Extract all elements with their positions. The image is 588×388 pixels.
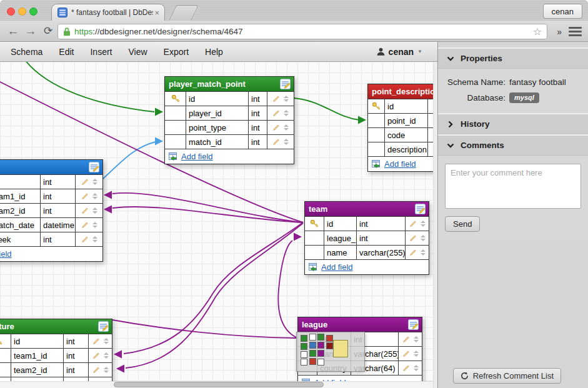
color-swatch[interactable] (301, 351, 307, 358)
table-fixture[interactable]: fixture id int team1_id int team2_id int… (0, 319, 112, 388)
color-swatch[interactable] (317, 350, 324, 357)
edit-field-pencil-icon[interactable] (409, 249, 417, 256)
table-field-row[interactable]: id (368, 99, 437, 113)
sort-field-handle[interactable] (92, 236, 97, 242)
new-tab-button[interactable] (169, 5, 199, 21)
table-field-row[interactable]: description (368, 142, 437, 156)
add-field-link[interactable]: Add field (0, 249, 12, 259)
overflow-chevrons-icon[interactable]: » (557, 27, 562, 37)
table-field-row[interactable]: league_id int (305, 231, 429, 245)
edit-table-icon[interactable] (89, 162, 99, 172)
edit-field-pencil-icon[interactable] (272, 124, 280, 131)
user-menu[interactable]: cenan ▼ (377, 47, 422, 57)
horizontal-scrollbar-thumb[interactable] (114, 382, 324, 387)
edit-table-icon[interactable] (408, 319, 419, 330)
refresh-comment-list-button[interactable]: Refresh Comment List (453, 368, 561, 384)
table-point_description[interactable]: point_description id point_id code descr… (367, 84, 437, 172)
window-minimize-button[interactable] (18, 7, 26, 16)
table-field-row[interactable]: id int (305, 216, 429, 231)
table-field-row[interactable]: id int (0, 174, 102, 189)
color-swatch[interactable] (301, 335, 307, 342)
hamburger-menu-icon[interactable] (569, 27, 582, 38)
edit-field-pencil-icon[interactable] (402, 364, 410, 372)
table-field-row[interactable]: team1_id int (0, 189, 102, 203)
add-field-link[interactable]: Add field (384, 159, 416, 169)
edit-field-pencil-icon[interactable] (81, 207, 89, 214)
table-field-row[interactable]: point_id (368, 113, 437, 127)
reload-icon[interactable]: ⟳ (40, 23, 56, 39)
sort-field-handle[interactable] (104, 352, 109, 359)
browser-tab[interactable]: * fantasy football | DbDesig × (51, 4, 165, 21)
comment-input[interactable] (445, 164, 581, 209)
color-swatch[interactable] (326, 335, 333, 342)
edit-field-pencil-icon[interactable] (409, 234, 417, 242)
table-field-row[interactable]: id int (165, 91, 294, 106)
schema-canvas[interactable]: player_match_point id int player_id int … (0, 62, 437, 388)
menu-export[interactable]: Export (156, 47, 197, 57)
history-section-header[interactable]: History (438, 113, 588, 134)
color-swatch[interactable] (317, 359, 324, 366)
window-close-button[interactable] (7, 7, 15, 16)
comments-section-header[interactable]: Comments (438, 134, 588, 156)
forward-icon[interactable]: → (22, 23, 39, 39)
table-field-row[interactable]: week int (0, 232, 102, 246)
menu-help[interactable]: Help (197, 47, 231, 57)
sort-field-handle[interactable] (104, 367, 109, 373)
profile-button[interactable]: cenan (543, 4, 582, 19)
table-field-row[interactable]: team2_id int (0, 203, 102, 217)
table-color-picker-popup[interactable] (296, 332, 365, 372)
color-swatch[interactable] (333, 340, 348, 357)
edit-field-pencil-icon[interactable] (81, 236, 89, 243)
menu-edit[interactable]: Edit (51, 47, 82, 57)
table-field-row[interactable]: point_type int (165, 120, 294, 134)
table-field-row[interactable]: team1_id int (0, 348, 112, 362)
sort-field-handle[interactable] (421, 221, 426, 227)
menu-view[interactable]: View (121, 47, 156, 57)
edit-field-pencil-icon[interactable] (272, 95, 280, 102)
edit-field-pencil-icon[interactable] (272, 138, 280, 146)
sort-field-handle[interactable] (284, 124, 289, 131)
sort-field-handle[interactable] (421, 249, 426, 256)
edit-field-pencil-icon[interactable] (92, 337, 100, 345)
color-swatch[interactable] (317, 342, 324, 349)
vertical-scrollbar-track[interactable] (433, 62, 437, 388)
sort-field-handle[interactable] (284, 139, 289, 145)
add-field-link[interactable]: Add field (181, 152, 213, 161)
sort-field-handle[interactable] (421, 235, 426, 241)
table-field-row[interactable]: match_id int (165, 134, 294, 149)
table-field-row[interactable]: id int (0, 334, 112, 348)
tab-close-icon[interactable]: × (153, 9, 161, 17)
edit-field-pencil-icon[interactable] (81, 192, 89, 200)
table-field-row[interactable]: player_id int (165, 106, 294, 120)
table-field-row[interactable]: code (368, 127, 437, 142)
sort-field-handle[interactable] (92, 222, 97, 228)
sort-field-handle[interactable] (414, 351, 419, 357)
color-swatch[interactable] (309, 358, 316, 365)
sort-field-handle[interactable] (284, 96, 289, 102)
sort-field-handle[interactable] (414, 336, 419, 342)
sort-field-handle[interactable] (92, 179, 97, 185)
table-field-row[interactable]: name varchar(255) (305, 245, 429, 259)
color-swatch[interactable] (301, 343, 307, 350)
sort-field-handle[interactable] (92, 207, 97, 214)
color-swatch[interactable] (309, 350, 316, 357)
color-swatch[interactable] (326, 342, 333, 349)
edit-table-icon[interactable] (415, 204, 426, 214)
edit-table-icon[interactable] (280, 79, 291, 89)
table-field-row[interactable]: team2_id int (0, 362, 112, 377)
add-field-link[interactable]: Add field (321, 262, 353, 272)
bookmark-star-icon[interactable]: ☆ (533, 26, 542, 37)
edit-field-pencil-icon[interactable] (81, 221, 89, 229)
sort-field-handle[interactable] (284, 110, 289, 116)
window-zoom-button[interactable] (29, 7, 37, 16)
color-swatch[interactable] (317, 334, 324, 341)
table-player_match_point[interactable]: player_match_point id int player_id int … (164, 76, 294, 164)
table-match[interactable]: match id int team1_id int team2_id int m… (0, 159, 103, 262)
sort-field-handle[interactable] (414, 365, 419, 371)
url-bar[interactable]: https://dbdesigner.net/designer/schema/4… (57, 24, 547, 39)
back-icon[interactable]: ← (5, 23, 21, 39)
table-field-row[interactable]: match_date datetime (0, 217, 102, 232)
edit-field-pencil-icon[interactable] (402, 336, 410, 343)
color-swatch[interactable] (301, 359, 307, 366)
menu-schema[interactable]: Schema (2, 47, 51, 57)
